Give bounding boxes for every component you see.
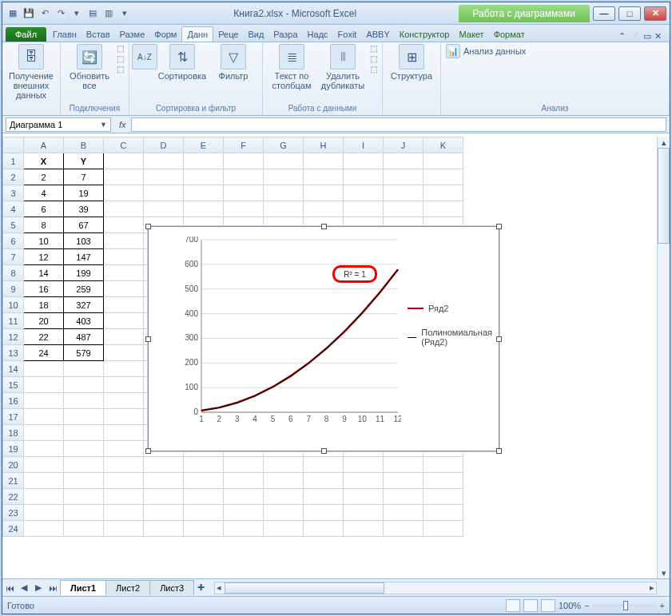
- cell[interactable]: [344, 521, 384, 537]
- cell[interactable]: [384, 185, 423, 201]
- row-header[interactable]: 20: [3, 457, 24, 473]
- column-header[interactable]: I: [344, 137, 384, 153]
- cell[interactable]: [104, 169, 144, 185]
- row-header[interactable]: 1: [3, 153, 24, 169]
- cell[interactable]: [224, 521, 264, 537]
- cell[interactable]: [423, 201, 463, 217]
- cell[interactable]: [64, 425, 104, 441]
- cell[interactable]: 19: [64, 185, 104, 201]
- cell[interactable]: [344, 201, 384, 217]
- cell[interactable]: [104, 393, 144, 409]
- resize-handle[interactable]: [321, 448, 327, 454]
- cell[interactable]: [224, 169, 264, 185]
- cell[interactable]: [423, 489, 463, 505]
- resize-handle[interactable]: [496, 336, 502, 342]
- cell[interactable]: [184, 489, 224, 505]
- sheet-tab-1[interactable]: Лист1: [60, 580, 106, 595]
- cell[interactable]: [304, 153, 344, 169]
- tab-home[interactable]: Главн: [48, 27, 82, 42]
- qat-extra-icon[interactable]: ▤: [85, 6, 100, 21]
- cell[interactable]: [24, 521, 64, 537]
- window-close-icon[interactable]: ✕: [654, 31, 662, 42]
- cell[interactable]: [64, 361, 104, 377]
- whatif-item[interactable]: ⬚: [370, 65, 377, 74]
- column-header[interactable]: C: [104, 137, 144, 153]
- column-header[interactable]: E: [184, 137, 224, 153]
- cell[interactable]: [384, 521, 423, 537]
- cell[interactable]: 39: [64, 201, 104, 217]
- data-analysis-button[interactable]: 📊 Анализ данных: [446, 44, 526, 58]
- cell[interactable]: [64, 393, 104, 409]
- cell[interactable]: 6: [24, 201, 64, 217]
- minimize-ribbon-icon[interactable]: ⌃: [618, 31, 626, 42]
- worksheet-area[interactable]: ABCDEFGHIJK1XY22734194639586761010371214…: [2, 133, 670, 578]
- cell[interactable]: [104, 425, 144, 441]
- cell[interactable]: [24, 473, 64, 489]
- cell[interactable]: [144, 457, 184, 473]
- cell[interactable]: [344, 505, 384, 521]
- tab-addins[interactable]: Надс: [303, 27, 333, 42]
- row-header[interactable]: 11: [3, 313, 24, 329]
- cell[interactable]: 10: [24, 233, 64, 249]
- cell[interactable]: [144, 505, 184, 521]
- row-header[interactable]: 4: [3, 201, 24, 217]
- file-tab[interactable]: Файл: [6, 27, 46, 42]
- tab-data[interactable]: Данн: [181, 26, 213, 42]
- cell[interactable]: [384, 505, 423, 521]
- cell[interactable]: [423, 185, 463, 201]
- cell[interactable]: [344, 185, 384, 201]
- select-all-corner[interactable]: [3, 137, 24, 153]
- scroll-thumb[interactable]: [658, 148, 670, 244]
- cell[interactable]: [184, 521, 224, 537]
- qat-more-icon[interactable]: ▾: [70, 6, 84, 21]
- sort-button[interactable]: ⇅ Сортировка: [158, 44, 206, 81]
- cell[interactable]: [264, 153, 304, 169]
- row-header[interactable]: 18: [3, 425, 24, 441]
- cell[interactable]: [384, 153, 423, 169]
- cell[interactable]: [144, 169, 184, 185]
- resize-handle[interactable]: [321, 224, 327, 229]
- cell[interactable]: [64, 473, 104, 489]
- cell[interactable]: 327: [64, 297, 104, 313]
- cell[interactable]: [384, 473, 423, 489]
- cell[interactable]: [423, 169, 463, 185]
- cell[interactable]: [144, 153, 184, 169]
- cell[interactable]: [144, 489, 184, 505]
- cell[interactable]: [184, 185, 224, 201]
- zoom-in-icon[interactable]: +: [660, 601, 665, 610]
- sheet-tab-3[interactable]: Лист3: [149, 580, 194, 595]
- column-header[interactable]: B: [64, 137, 104, 153]
- remove-duplicates-button[interactable]: ⫴ Удалить дубликаты: [319, 44, 367, 90]
- cell[interactable]: [344, 169, 384, 185]
- tab-nav-last-icon[interactable]: ⏭: [46, 583, 60, 593]
- tab-view[interactable]: Вид: [243, 27, 268, 42]
- connections-item[interactable]: ⬚: [117, 44, 124, 53]
- cell[interactable]: 199: [64, 265, 104, 281]
- cell[interactable]: [104, 265, 144, 281]
- cell[interactable]: [64, 409, 104, 425]
- resize-handle[interactable]: [145, 448, 151, 454]
- filter-button[interactable]: ▽ Фильтр: [209, 44, 257, 81]
- cell[interactable]: [24, 409, 64, 425]
- name-box[interactable]: Диаграмма 1 ▼: [6, 117, 111, 132]
- cell[interactable]: [423, 505, 463, 521]
- cell[interactable]: [24, 441, 64, 457]
- cell[interactable]: 2: [24, 169, 64, 185]
- tab-nav-first-icon[interactable]: ⏮: [2, 583, 17, 593]
- cell[interactable]: [144, 185, 184, 201]
- row-header[interactable]: 22: [3, 489, 24, 505]
- cell[interactable]: [344, 153, 384, 169]
- tab-review[interactable]: Реце: [213, 27, 243, 42]
- vertical-scrollbar[interactable]: ▴ ▾: [657, 137, 670, 578]
- undo-icon[interactable]: ↶: [38, 6, 52, 21]
- cell[interactable]: [184, 457, 224, 473]
- tab-foxit[interactable]: Foxit: [333, 27, 362, 42]
- cell[interactable]: [304, 185, 344, 201]
- cell[interactable]: [24, 505, 64, 521]
- column-header[interactable]: G: [264, 137, 304, 153]
- row-header[interactable]: 19: [3, 441, 24, 457]
- cell[interactable]: [264, 505, 304, 521]
- minimize-button[interactable]: —: [593, 6, 615, 21]
- cell[interactable]: [184, 201, 224, 217]
- cell[interactable]: [24, 361, 64, 377]
